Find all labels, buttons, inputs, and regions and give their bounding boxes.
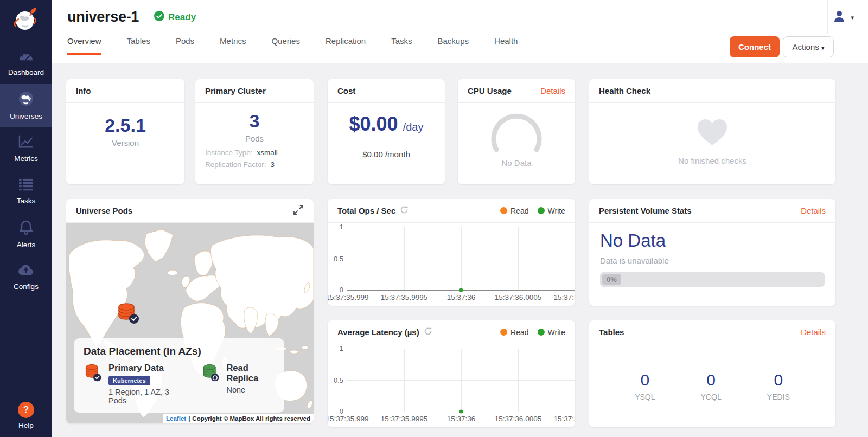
map-attribution: Leaflet | Copyright © MapBox All rights … (163, 414, 314, 423)
read-dot-icon (500, 207, 507, 214)
x-tick: 15:37:35.999 (328, 415, 368, 423)
primary-data-label: Primary Data (108, 363, 178, 373)
refresh-icon[interactable] (400, 205, 409, 216)
sidebar-item-label: Metrics (14, 155, 38, 163)
actions-dropdown-button[interactable]: Actions ▾ (783, 36, 834, 57)
sidebar-item-label: Configs (14, 282, 39, 291)
y-tick: 0.5 (334, 376, 347, 384)
tab-metrics[interactable]: Metrics (220, 36, 246, 55)
health-empty-text: No finished checks (678, 156, 746, 165)
list-icon (18, 178, 34, 193)
gauge-icon (18, 49, 34, 65)
cost-per-day-unit: /day (403, 121, 424, 133)
sidebar-item-metrics[interactable]: Metrics (0, 127, 52, 170)
mapbox-copyright: Copyright © MapBox All rights reserved (192, 415, 310, 422)
pod-location-marker[interactable] (116, 302, 140, 325)
sidebar-item-alerts[interactable]: Alerts (0, 213, 52, 255)
cost-per-month: $0.00 /month (362, 150, 410, 159)
card-title: Tables (599, 327, 624, 337)
chart-plot-area[interactable]: 1 0.5 0 15:37:35.999 15:37:35.9995 15:37… (328, 223, 575, 306)
card-title: Health Check (599, 86, 650, 95)
card-title: Info (76, 86, 91, 95)
health-check-card: Health Check No finished checks (589, 79, 835, 184)
status-badge: Ready (154, 11, 196, 23)
bell-icon (19, 220, 33, 237)
globe-icon (18, 91, 34, 108)
data-placement-title: Data Placement (In AZs) (84, 345, 275, 357)
primary-cluster-card: Primary Cluster 3 Pods Instance Type: xs… (195, 79, 314, 184)
refresh-icon[interactable] (424, 327, 432, 338)
leaflet-link[interactable]: Leaflet (166, 415, 186, 422)
y-tick: 1 (340, 223, 347, 231)
read-replica-item: Read Replica None (201, 363, 275, 405)
tab-overview[interactable]: Overview (67, 36, 101, 55)
card-title: Cost (337, 86, 355, 95)
sidebar-item-dashboard[interactable]: Dashboard (0, 41, 52, 84)
primary-data-item: Primary Data Kubernetes 1 Region, 1 AZ, … (84, 363, 178, 405)
status-text: Ready (168, 12, 196, 23)
tab-tasks[interactable]: Tasks (391, 36, 412, 55)
pvs-unavailable-text: Data is unavailable (600, 256, 825, 265)
check-circle-icon (154, 11, 164, 23)
y-tick: 1 (340, 344, 347, 352)
legend-read: Read (500, 207, 528, 215)
x-tick: 15:37:36 (447, 415, 476, 423)
page-title: universe-1 (67, 9, 139, 25)
tab-backups[interactable]: Backups (438, 36, 469, 55)
world-map[interactable]: Data Placement (In AZs) (66, 223, 314, 423)
sidebar-item-tasks[interactable]: Tasks (0, 170, 52, 213)
write-dot-icon (538, 207, 545, 214)
universe-pods-card: Universe Pods (66, 199, 314, 423)
tab-replication[interactable]: Replication (326, 36, 366, 55)
x-tick: 15:37:35.9995 (381, 415, 427, 423)
pods-label: Pods (245, 134, 264, 143)
sidebar-item-universes[interactable]: Universes (0, 84, 52, 127)
sidebar-item-label: Alerts (17, 241, 36, 249)
kubernetes-badge: Kubernetes (108, 376, 150, 385)
legend-read: Read (500, 328, 528, 337)
replica-database-icon (201, 363, 221, 405)
pvs-details-link[interactable]: Details (801, 206, 826, 215)
sidebar-item-configs[interactable]: Configs (0, 255, 52, 298)
tables-details-link[interactable]: Details (801, 327, 826, 337)
tab-queries[interactable]: Queries (271, 36, 300, 55)
sidebar-item-help[interactable]: ? Help (18, 402, 34, 429)
x-tick: 15:37:36.001 (554, 415, 575, 423)
chart-legend: Read Write (500, 328, 565, 337)
write-dot-icon (538, 329, 545, 336)
replication-factor-row: Replication Factor: 3 (205, 160, 304, 169)
x-tick: 15:37:36.0005 (495, 415, 541, 423)
expand-icon[interactable] (293, 204, 304, 217)
sidebar-nav: Dashboard Universes Metrics (0, 41, 52, 298)
write-data-point (459, 410, 463, 414)
tab-tables[interactable]: Tables (127, 36, 150, 55)
cpu-no-data-text: No Data (501, 158, 531, 168)
connect-button[interactable]: Connect (730, 36, 780, 57)
tab-health[interactable]: Health (494, 36, 518, 55)
tab-pods[interactable]: Pods (176, 36, 194, 55)
y-tick: 0.5 (334, 255, 347, 263)
chart-icon (18, 134, 34, 151)
primary-data-desc: 1 Region, 1 AZ, 3 Pods (108, 388, 178, 405)
card-title: CPU Usage (468, 86, 512, 95)
legend-write: Write (538, 328, 565, 337)
sidebar-item-label: Universes (10, 112, 42, 120)
y-tick: 0 (340, 286, 347, 294)
chart-plot-area[interactable]: 1 0.5 0 15:37:35.999 15:37:35.9995 15:37… (328, 344, 575, 427)
read-dot-icon (500, 329, 507, 336)
tables-card: Tables Details 0 YSQL 0 YCQL 0 YEDIS (589, 320, 835, 427)
app-logo-planet-rocket-icon[interactable] (11, 4, 41, 35)
sidebar-item-label: Tasks (17, 197, 36, 205)
total-ops-chart-card: Total Ops / Sec Read (328, 199, 575, 306)
yedis-stat: 0 YEDIS (767, 371, 790, 401)
pods-count: 3 (250, 111, 260, 132)
user-menu[interactable]: ▾ (832, 9, 854, 25)
read-replica-label: Read Replica (226, 363, 275, 383)
sidebar: Dashboard Universes Metrics (0, 0, 52, 437)
version-label: Version (112, 138, 139, 147)
cpu-details-link[interactable]: Details (540, 86, 565, 95)
read-replica-desc: None (226, 385, 275, 394)
sidebar-item-label: Dashboard (8, 68, 44, 76)
cpu-usage-card: CPU Usage Details No Data (458, 79, 575, 184)
legend-write: Write (538, 207, 565, 215)
